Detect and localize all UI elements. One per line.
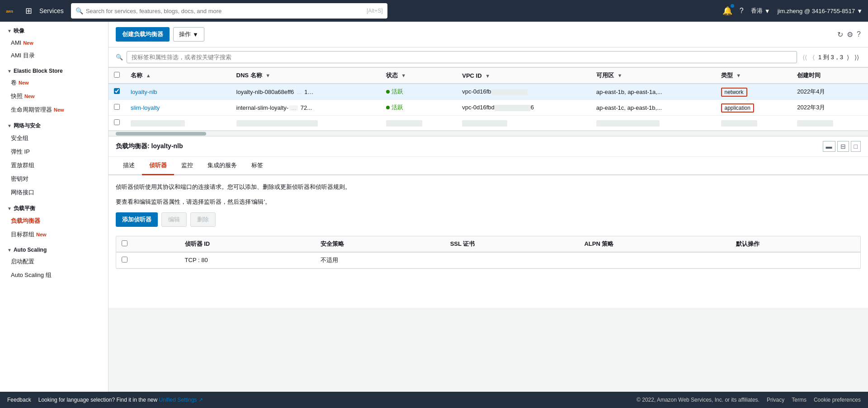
content-area: 创建负载均衡器 操作 ▼ ↻ ⚙ ? 🔍 ⟨⟨ ⟨	[108, 22, 868, 392]
pagination-first-btn[interactable]: ⟨⟨	[801, 53, 809, 62]
pagination-last-btn[interactable]: ⟩⟩	[853, 53, 861, 62]
snapshots-new-badge: New	[24, 94, 35, 99]
horizontal-scrollbar[interactable]	[108, 131, 868, 136]
row1-checkbox[interactable]	[114, 88, 120, 94]
listener1-ssl	[445, 252, 579, 268]
table-search-input[interactable]	[127, 51, 797, 63]
region-selector[interactable]: 香港 ▼	[751, 7, 770, 15]
sidebar-item-target-groups[interactable]: 目标群组 New	[0, 228, 108, 241]
row1-dns: loyalty-nlb-080a68eff6…1…	[231, 84, 381, 100]
edit-listener-btn[interactable]: 编辑	[161, 212, 187, 227]
sidebar-item-security-groups[interactable]: 安全组	[0, 131, 108, 145]
tab-monitor[interactable]: 监控	[174, 157, 200, 175]
row2-status: 活跃	[381, 100, 457, 116]
view-mode-2-btn[interactable]: ⊟	[837, 141, 849, 152]
volumes-new-badge: New	[19, 80, 29, 85]
sidebar-item-launch-configs[interactable]: 启动配置	[0, 255, 108, 268]
refresh-icon-btn[interactable]: ↻	[837, 30, 843, 39]
row1-vpc-blur	[491, 89, 528, 95]
sidebar-item-volumes[interactable]: 卷 New	[0, 76, 108, 89]
sidebar-section-images[interactable]: ▼ 映像	[0, 22, 108, 37]
search-input[interactable]	[86, 8, 364, 14]
sidebar-section-as[interactable]: ▼ Auto Scaling	[0, 241, 108, 255]
listener-row[interactable]: TCP : 80 不适用	[116, 252, 860, 268]
sidebar-section-ebs[interactable]: ▼ Elastic Block Store	[0, 62, 108, 76]
row3-checkbox[interactable]	[114, 119, 120, 125]
sidebar-section-network-label: 网络与安全	[14, 122, 41, 130]
row3-type-blur	[721, 120, 757, 127]
sidebar-item-asg[interactable]: Auto Scaling 组	[0, 268, 108, 282]
sidebar-item-elastic-ips[interactable]: 弹性 IP	[0, 145, 108, 159]
col-created-label: 创建时间	[797, 72, 821, 79]
row1-type-badge: network	[721, 88, 747, 97]
help-btn[interactable]: ?	[740, 7, 744, 15]
pagination-prev-btn[interactable]: ⟨	[811, 53, 816, 62]
tab-tags[interactable]: 标签	[244, 157, 270, 175]
pagination-next-btn[interactable]: ⟩	[845, 53, 851, 62]
cookie-prefs-link[interactable]: Cookie preferences	[814, 397, 861, 403]
user-label: jim.zheng @ 3416-7755-8517	[778, 8, 855, 14]
tab-describe[interactable]: 描述	[116, 157, 142, 175]
sidebar-item-lifecycle[interactable]: 生命周期管理器 New	[0, 103, 108, 117]
terms-link[interactable]: Terms	[792, 397, 807, 403]
col-dns[interactable]: DNS 名称 ▼	[231, 68, 381, 84]
row2-checkbox[interactable]	[114, 104, 120, 110]
aws-logo[interactable]: aws	[5, 2, 22, 20]
settings-icon-btn[interactable]: ⚙	[847, 30, 853, 39]
listeners-table-container: 侦听器 ID 安全策略 SSL 证书 ALPN 策略	[116, 236, 861, 269]
row3-vpc-blur	[462, 120, 507, 127]
listeners-table: 侦听器 ID 安全策略 SSL 证书 ALPN 策略	[116, 236, 860, 268]
table-row[interactable]: loyalty-nlb loyalty-nlb-080a68eff6…1… 活跃…	[108, 84, 868, 100]
view-mode-1-btn[interactable]: ▬	[823, 141, 835, 152]
listeners-select-all[interactable]	[122, 240, 127, 246]
create-lb-button[interactable]: 创建负载均衡器	[116, 27, 170, 42]
listeners-desc2: 要查看和编辑监听器属性，请选择监听器，然后选择'编辑'。	[116, 197, 861, 207]
col-vpc[interactable]: VPC ID ▼	[457, 68, 591, 84]
row1-name[interactable]: loyalty-nlb	[131, 89, 157, 95]
sidebar-item-placement-groups[interactable]: 置放群组	[0, 159, 108, 172]
notifications-btn[interactable]: 🔔	[722, 6, 732, 16]
tab-listeners[interactable]: 侦听器	[142, 157, 174, 175]
row2-name[interactable]: slim-loyalty	[131, 104, 160, 111]
copyright-text: © 2022, Amazon Web Services, Inc. or its…	[637, 397, 760, 403]
row2-status-active: 活跃	[386, 103, 452, 112]
sort-type-icon: ▼	[736, 73, 741, 78]
actions-button[interactable]: 操作 ▼	[173, 27, 204, 42]
grid-icon-btn[interactable]: ⊞	[25, 6, 32, 16]
row3-az-blur	[596, 120, 660, 127]
sidebar-item-ami[interactable]: AMI New	[0, 37, 108, 49]
col-az[interactable]: 可用区 ▼	[591, 68, 716, 84]
add-listener-btn[interactable]: 添加侦听器	[116, 212, 158, 227]
sidebar-item-snapshots[interactable]: 快照 New	[0, 89, 108, 103]
listeners-col-id: 侦听器 ID	[179, 236, 315, 252]
table-row[interactable]	[108, 116, 868, 131]
col-status[interactable]: 状态 ▼	[381, 68, 457, 84]
row3-status-blur	[386, 120, 422, 127]
user-menu[interactable]: jim.zheng @ 3416-7755-8517 ▼	[778, 8, 863, 14]
row2-az: ap-east-1c, ap-east-1b,...	[591, 100, 716, 116]
ami-new-badge: New	[23, 40, 33, 46]
services-nav-btn[interactable]: Services	[36, 5, 67, 16]
unified-settings-link[interactable]: Unified Settings ↗	[159, 397, 203, 403]
tab-integrated-label: 集成的服务	[208, 162, 237, 169]
view-mode-3-btn[interactable]: □	[851, 141, 861, 152]
feedback-button[interactable]: Feedback	[7, 397, 31, 403]
privacy-link[interactable]: Privacy	[767, 397, 784, 403]
tab-integrated-services[interactable]: 集成的服务	[200, 157, 244, 175]
select-all-checkbox[interactable]	[114, 72, 120, 78]
help-icon-btn[interactable]: ?	[857, 30, 861, 38]
listener1-checkbox[interactable]	[122, 257, 127, 263]
sidebar-item-network-interfaces[interactable]: 网络接口	[0, 186, 108, 199]
sidebar-item-key-pairs[interactable]: 密钥对	[0, 172, 108, 186]
col-type[interactable]: 类型 ▼	[716, 68, 792, 84]
table-row[interactable]: slim-loyalty internal-slim-loyalty-… 72.…	[108, 100, 868, 116]
sidebar-section-lb[interactable]: ▼ 负载平衡	[0, 199, 108, 214]
col-name[interactable]: 名称 ▲	[125, 68, 231, 84]
tab-describe-label: 描述	[123, 162, 135, 169]
delete-listener-btn[interactable]: 删除	[190, 212, 216, 227]
sidebar-section-network[interactable]: ▼ 网络与安全	[0, 117, 108, 131]
sidebar-item-load-balancers[interactable]: 负载均衡器	[0, 214, 108, 228]
sidebar-item-ami-catalog[interactable]: AMI 目录	[0, 49, 108, 62]
region-chevron: ▼	[764, 8, 770, 14]
col-created[interactable]: 创建时间	[792, 68, 868, 84]
